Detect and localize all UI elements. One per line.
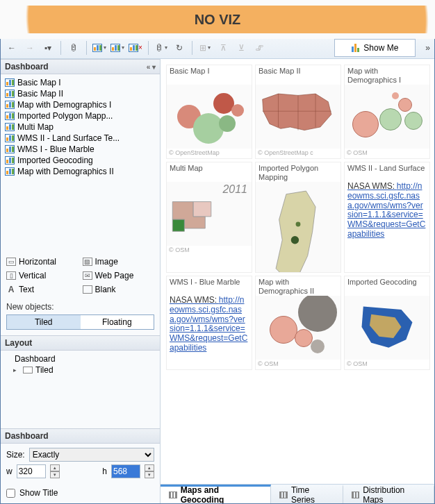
card-title: Basic Map I [167, 65, 252, 85]
card-title: Multi Map [167, 162, 252, 182]
width-input[interactable] [17, 464, 46, 478]
canvas: Basic Map I © OpenStreetMap [161, 59, 434, 503]
obj-webpage[interactable]: ✉Web Page [81, 270, 156, 281]
sheet-label: Imported Polygon Mapp... [17, 111, 113, 121]
caret-icon[interactable]: ▸ [13, 367, 20, 373]
sheet-icon [5, 101, 15, 109]
size-row: Size: Exactly [1, 444, 160, 463]
sort-desc-button[interactable]: ⊻ [234, 41, 248, 55]
back-button[interactable]: ← [5, 41, 19, 55]
show-me-label: Show Me [363, 43, 398, 53]
sheet-icon [5, 134, 15, 142]
height-stepper[interactable]: ▴▾ [145, 464, 154, 478]
layout-tree: Dashboard ▸Tiled [1, 351, 160, 428]
save-button[interactable]: ▪▾ [41, 41, 55, 55]
card-imported-geocoding[interactable]: Imported Geocoding © OSM [344, 276, 430, 370]
worksheet-tabs: Maps and Geocoding Time Series Distribut… [161, 484, 434, 503]
card-attribution: © OpenStreetMap [167, 149, 252, 158]
connect-button[interactable]: 🛢 [154, 41, 168, 55]
card-title: WMS I - Blue Marble [167, 276, 252, 296]
card-imported-polygon[interactable]: Imported Polygon Mapping [255, 162, 341, 273]
toolbar-overflow[interactable]: » [420, 43, 430, 53]
sheet-item[interactable]: Imported Geocoding [2, 155, 158, 166]
h-label: h [102, 467, 107, 476]
card-wms-1[interactable]: WMS I - Blue Marble NO VIZ NASA WMS: htt… [166, 276, 252, 370]
sheet-item[interactable]: Map with Demographics I [2, 99, 158, 110]
sheet-item[interactable]: Imported Polygon Mapp... [2, 110, 158, 121]
datasource-button[interactable]: 🛢 [67, 41, 81, 55]
tab-maps-geocoding[interactable]: Maps and Geocoding [161, 485, 271, 503]
duplicate-sheet-button[interactable] [110, 41, 124, 55]
width-stepper[interactable]: ▴▾ [50, 464, 60, 478]
sheet-item[interactable]: WMS I - Blue Marble [2, 144, 158, 155]
blank-icon [83, 285, 92, 294]
body: Dashboard « ▾ Basic Map I Basic Map II M… [1, 59, 434, 503]
sheet-item[interactable]: Map with Demographics II [2, 166, 158, 177]
card-viz [256, 85, 340, 149]
obj-horizontal[interactable]: ▭Horizontal [5, 256, 80, 267]
cards-grid: Basic Map I © OpenStreetMap [166, 65, 430, 370]
obj-blank[interactable]: Blank [81, 284, 156, 295]
sheet-label: WMS I - Blue Marble [17, 144, 95, 154]
sheet-label: WMS II - Land Surface Te... [17, 133, 120, 143]
card-wms-2[interactable]: WMS II - Land Surface NO VIZ NASA WMS: h… [344, 162, 430, 273]
sheet-item[interactable]: Basic Map I [2, 77, 158, 88]
attach-button[interactable]: 🖇 [252, 41, 266, 55]
height-input[interactable] [111, 464, 140, 478]
dashboard-tab-icon [279, 492, 288, 498]
sheet-icon [5, 112, 15, 120]
w-label: w [6, 467, 13, 476]
new-sheet-button[interactable] [92, 41, 106, 55]
card-attribution: © OSM [345, 360, 429, 369]
card-viz [345, 296, 429, 360]
size-label: Size: [6, 450, 25, 460]
image-icon: ▧ [83, 258, 92, 266]
forward-button[interactable]: → [23, 41, 37, 55]
refresh-button[interactable]: ↻ [172, 41, 186, 55]
card-title: WMS II - Land Surface [345, 162, 429, 182]
layout-panel-header[interactable]: Layout [1, 335, 160, 351]
card-basic-map-1[interactable]: Basic Map I © OpenStreetMap [166, 65, 252, 159]
card-link[interactable]: NASA WMS: http://neowms.sci.gsfc.nasa.go… [167, 296, 252, 356]
dashboard-panel-header[interactable]: Dashboard « ▾ [1, 59, 160, 74]
sheet-label: Imported Geocoding [17, 156, 93, 165]
tab-distribution-maps[interactable]: Distribution Maps [343, 485, 434, 503]
card-attribution: © OpenStreetMap c [256, 149, 340, 158]
svg-point-1 [296, 222, 301, 227]
sheet-item[interactable]: Multi Map [2, 121, 158, 133]
size-mode-select[interactable]: Exactly [29, 448, 154, 462]
dashboard-size-panel-header[interactable]: Dashboard [1, 428, 160, 444]
tiled-button[interactable]: Tiled [7, 315, 81, 329]
obj-image[interactable]: ▧Image [81, 256, 156, 267]
dashboard-canvas[interactable]: Basic Map I © OpenStreetMap [161, 59, 434, 484]
obj-vertical[interactable]: ▯Vertical [5, 270, 80, 281]
sheet-label: Map with Demographics II [17, 167, 114, 176]
tree-root[interactable]: Dashboard [5, 353, 156, 364]
sort-asc-button[interactable]: ⊼ [216, 41, 230, 55]
card-title: Imported Geocoding [345, 276, 429, 296]
tab-time-series[interactable]: Time Series [271, 485, 343, 503]
card-demographics-1[interactable]: Map with Demographics I © OSM [344, 65, 430, 159]
group-button[interactable]: ⊞ [198, 41, 212, 55]
show-title-checkbox[interactable] [6, 489, 15, 498]
panel-chevron-icon[interactable]: « ▾ [147, 63, 156, 71]
svg-point-0 [291, 236, 299, 244]
card-title: Map with Demographics II [256, 276, 340, 296]
card-link[interactable]: NASA WMS: http://neowms.sci.gsfc.nasa.go… [345, 182, 429, 242]
sheet-item[interactable]: WMS II - Land Surface Te... [2, 133, 158, 144]
card-viz [167, 85, 252, 149]
show-me-button[interactable]: Show Me [334, 39, 416, 57]
card-viz [256, 296, 340, 360]
clear-sheet-button[interactable]: × [129, 41, 142, 55]
tree-child[interactable]: ▸Tiled [5, 364, 156, 376]
sheet-icon [5, 167, 15, 176]
sheet-item[interactable]: Basic Map II [2, 88, 158, 99]
obj-text[interactable]: AText [5, 284, 80, 295]
text-icon: A [6, 285, 16, 294]
floating-button[interactable]: Floating [81, 315, 154, 329]
show-title-row: Show Title [1, 482, 160, 503]
show-title-label: Show Title [19, 488, 58, 498]
card-basic-map-2[interactable]: Basic Map II © OpenStreetMap c [255, 65, 341, 159]
card-multi-map[interactable]: Multi Map 2011 © OSM [166, 162, 252, 273]
card-demographics-2[interactable]: Map with Demographics II © OSM [255, 276, 341, 370]
